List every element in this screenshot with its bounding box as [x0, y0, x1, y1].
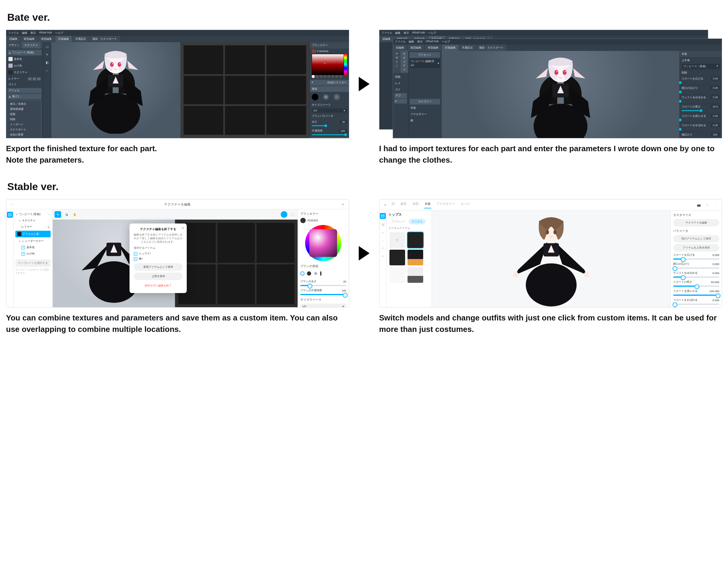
eraser-tool[interactable]: ◨: [63, 211, 70, 218]
tab-costume[interactable]: 衣装編集: [55, 36, 72, 42]
expand-row[interactable]: ▾: [394, 99, 407, 104]
layer-prop-hdr[interactable]: レイヤープロパティ: [310, 137, 349, 138]
rail-costume-icon[interactable]: [7, 212, 13, 218]
layer-row[interactable]: レイ: [394, 80, 407, 86]
default-texture-item[interactable]: デフォルト画: [15, 231, 51, 237]
viewport[interactable]: [51, 42, 310, 138]
param-スカートの長さ[interactable]: スカートの長さ50.000: [673, 280, 719, 284]
param-スカートをすぼめる[interactable]: スカートをすぼめる0.000: [673, 298, 719, 302]
default-row[interactable]: デフ: [394, 93, 407, 98]
eraser-tool[interactable]: ◧: [44, 60, 50, 65]
hand-tool[interactable]: ✋: [71, 211, 78, 218]
param-スカートを広げる[interactable]: スカートを広げる9.000: [673, 253, 719, 257]
tab-accessory[interactable]: アクセサリー: [436, 201, 456, 208]
upload-icon[interactable]: ⇪: [704, 202, 710, 208]
param-ウェストをゆるめる[interactable]: ウェストをゆるめる9.000: [673, 271, 719, 275]
part-dropdown[interactable]: ▾ワンピース (長袖)⋯ ⨉: [15, 211, 51, 217]
viewport[interactable]: [442, 51, 679, 138]
menu-vroidhub[interactable]: VRoid Hub: [39, 31, 52, 35]
size-space-select[interactable]: UV▾: [312, 108, 347, 113]
param-裾口の広がり[interactable]: 裾口の広がり0.000: [673, 262, 719, 266]
tab-costume[interactable]: 衣装編集: [442, 45, 459, 51]
part-dropdown[interactable]: ▲ ワンピース (長袖): [7, 50, 42, 55]
custom-item-5[interactable]: [408, 267, 423, 283]
brush-size-row[interactable]: ブラシの太さ20: [300, 280, 346, 284]
menu-view[interactable]: 表示: [30, 31, 36, 35]
tab-body[interactable]: 体型編集: [425, 45, 442, 51]
subtab-custom[interactable]: カスタム: [409, 219, 425, 224]
subtab-texture[interactable]: テクスチャ: [22, 42, 41, 49]
shader-color-toggle[interactable]: ▾シェーダーカラー: [15, 238, 51, 244]
param-ウェストをゆるめる[interactable]: ウェストをゆるめる0.00: [680, 94, 722, 100]
ctx-toggle[interactable]: 表示／非表示: [9, 102, 41, 107]
settings-button[interactable]: ⛶: [289, 211, 296, 218]
save-as-button[interactable]: 別のアイテムとして保存: [673, 235, 719, 242]
back-button[interactable]: ‹: [9, 201, 15, 207]
subtab-texture[interactable]: テクスチャ: [400, 51, 408, 73]
discard-button[interactable]: 保存せずに編集を終了: [134, 282, 183, 289]
shoe-dropdown[interactable]: ▲ 靴 (ワ...: [7, 94, 42, 99]
custom-item-1[interactable]: [408, 232, 423, 248]
ctx-export[interactable]: エクスポート: [9, 127, 41, 132]
template-select-button[interactable]: テンプレートを選択する: [15, 259, 51, 267]
param-裾口の広がり[interactable]: 裾口の広がり0.00: [680, 85, 722, 91]
tab-face[interactable]: 顔編集: [6, 36, 21, 42]
size-space-select[interactable]: UV▾: [300, 303, 346, 308]
close-button[interactable]: ✕: [340, 201, 346, 207]
delete-btn[interactable]: 削除: [680, 70, 722, 76]
hue-wheel[interactable]: [305, 225, 341, 261]
tab-costume[interactable]: 衣装: [424, 201, 431, 208]
overwrite-button[interactable]: アイテムを上書き保存: [673, 244, 719, 251]
picker-tool[interactable]: ⌕: [44, 68, 50, 73]
param-袖の広がり[interactable]: 袖の広がり0.000: [673, 307, 719, 308]
base-color-row[interactable]: ✓基本色: [15, 244, 51, 250]
tab-hair[interactable]: 髪型編集: [21, 36, 38, 42]
cursor-tool[interactable]: ▭: [44, 44, 50, 49]
tab-common[interactable]: 共通設定: [459, 45, 476, 51]
custom-item-3[interactable]: [408, 250, 423, 265]
edit-texture-button[interactable]: テクスチャを編集: [673, 219, 719, 227]
rail-tops-icon[interactable]: [380, 213, 386, 219]
swatches-row[interactable]: [310, 75, 349, 79]
rail-neck-icon[interactable]: ◇: [381, 245, 385, 250]
rgb-slider-toggle[interactable]: ▾RGBスライダー: [310, 80, 349, 85]
rail-bottoms-icon[interactable]: ▥: [381, 222, 385, 227]
tab-hair[interactable]: 髪型編集: [408, 45, 425, 51]
cat-costume[interactable]: 衣装: [410, 105, 440, 111]
viewport[interactable]: [432, 211, 671, 308]
guide-row[interactable]: ガイド: [7, 82, 42, 87]
camera-icon[interactable]: 📷: [696, 202, 702, 208]
tab-face[interactable]: 顔: [391, 201, 395, 208]
subtab-design[interactable]: デザイン: [393, 51, 400, 73]
ctx-rename[interactable]: 名前の変更: [9, 132, 41, 137]
delete-row[interactable]: 削除: [394, 74, 407, 80]
brush-shapes[interactable]: [300, 270, 346, 278]
brush-tool[interactable]: ✎: [44, 52, 50, 57]
tab-body[interactable]: 体型編集: [38, 36, 55, 42]
rail-onepiece-icon[interactable]: ▱: [381, 230, 385, 235]
default-layer[interactable]: デフォル: [7, 88, 42, 93]
tab-export[interactable]: 撮影・エクスポート: [89, 36, 120, 42]
subtab-preset[interactable]: プリセット: [389, 219, 408, 224]
param-スカートを広げる[interactable]: スカートを広げる0.00: [680, 76, 722, 82]
hex-input[interactable]: #333333: [300, 218, 346, 223]
subtab-design[interactable]: デザイン: [6, 42, 22, 49]
rail-shoes-icon[interactable]: ◡: [381, 238, 385, 242]
param-スカートの長さ[interactable]: スカートの長さ50.0: [680, 104, 722, 110]
close-icon[interactable]: ✕: [181, 226, 184, 230]
menu-button[interactable]: ≡: [383, 202, 389, 208]
tab-export[interactable]: 撮影・エクスポート: [476, 45, 507, 51]
menu-edit[interactable]: 編集: [22, 31, 27, 35]
custom-item-2[interactable]: [389, 250, 405, 265]
base-color-row[interactable]: 基本色: [7, 56, 42, 62]
shade-color-row[interactable]: ✓かげ色: [15, 250, 51, 257]
cat-shoes[interactable]: 靴: [410, 118, 440, 124]
tab-look[interactable]: ルック: [460, 201, 470, 208]
preset-dropdown[interactable]: ワンピース (編集済み)▾: [410, 58, 440, 68]
brush-opacity[interactable]: 不透明度100: [310, 128, 349, 134]
hex-row[interactable]: # 804040: [310, 49, 349, 54]
brush-thickness[interactable]: 太さ30: [310, 119, 349, 125]
tab-body[interactable]: 体型: [412, 201, 419, 208]
guide-row[interactable]: ガイ: [394, 87, 407, 92]
shape-row[interactable]: [310, 92, 349, 102]
